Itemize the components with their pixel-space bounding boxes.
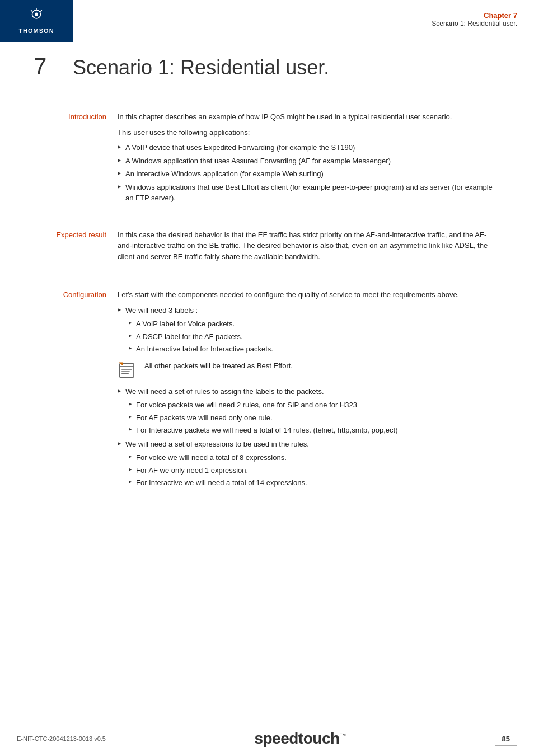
trademark-symbol: ™	[340, 732, 346, 740]
main-content: 7 Scenario 1: Residential user. Introduc…	[0, 42, 534, 536]
svg-line-4	[40, 10, 42, 12]
config-sub-label-1: A VoIP label for Voice packets.	[129, 318, 500, 330]
section-label-expected: Expected result	[34, 229, 106, 267]
brand-regular: speed	[254, 730, 298, 747]
chapter-num: 7	[513, 11, 517, 20]
section-label-configuration: Configuration	[34, 289, 106, 491]
note-icon	[118, 360, 138, 381]
config-bullet-expressions: We will need a set of expressions to be …	[118, 439, 500, 450]
chapter-label-number: Chapter 7	[432, 11, 517, 20]
config-sub-expressions: For voice we will need a total of 8 expr…	[129, 452, 500, 489]
page-footer: E-NIT-CTC-20041213-0013 v0.5 speedtouch™…	[0, 721, 534, 756]
config-sub-rules-1: For voice packets we will need 2 rules, …	[129, 400, 500, 411]
section-label-introduction: Introduction	[34, 111, 106, 206]
header-subtitle: Scenario 1: Residential user.	[432, 20, 517, 27]
config-sub-label-3: An Interactive label for Interactive pac…	[129, 344, 500, 355]
intro-bullet-list: A VoIP device that uses Expedited Forwar…	[118, 142, 500, 204]
company-logo: THOMSON	[0, 0, 73, 42]
config-bullet-rules: We will need a set of rules to assign th…	[118, 386, 500, 397]
header-chapter-info: Chapter 7 Scenario 1: Residential user.	[432, 0, 534, 27]
chapter-title-number: 7	[34, 53, 62, 80]
config-bullet-expressions-item: We will need a set of expressions to be …	[118, 439, 500, 450]
svg-rect-5	[120, 363, 134, 377]
intro-bullet-4: Windows applications that use Best Effor…	[118, 182, 500, 204]
intro-bullet-3: An interactive Windows application (for …	[118, 168, 500, 180]
note-svg-icon	[118, 360, 138, 381]
config-bullet-labels: We will need 3 labels :	[118, 305, 500, 316]
intro-bullet-1: A VoIP device that uses Expedited Forwar…	[118, 142, 500, 153]
config-main-list: We will need 3 labels :	[118, 305, 500, 316]
config-sub-rules: For voice packets we will need 2 rules, …	[129, 400, 500, 436]
page-header: THOMSON Chapter 7 Scenario 1: Residentia…	[0, 0, 534, 42]
chapter-title-text: Scenario 1: Residential user.	[73, 56, 329, 79]
svg-line-3	[31, 10, 32, 12]
config-intro: Let's start with the components needed t…	[118, 289, 500, 300]
config-sub-label-2: A DSCP label for the AF packets.	[129, 331, 500, 342]
config-sub-expr-1: For voice we will need a total of 8 expr…	[129, 452, 500, 463]
config-sub-expr-3: For Interactive we will need a total of …	[129, 477, 500, 489]
intro-para-1: In this chapter describes an example of …	[118, 111, 500, 123]
thomson-logo-icon	[28, 8, 45, 25]
footer-doc-id: E-NIT-CTC-20041213-0013 v0.5	[17, 735, 106, 742]
section-configuration: Configuration Let's start with the compo…	[34, 278, 500, 502]
svg-point-1	[35, 12, 38, 16]
chapter-word: Chapter	[484, 11, 511, 20]
config-sub-rules-2: For AF packets we will need only one rul…	[129, 412, 500, 424]
expected-para-1: In this case the desired behavior is tha…	[118, 229, 500, 262]
intro-bullet-2: A Windows application that uses Assured …	[118, 156, 500, 167]
config-sub-rules-3: For Interactive packets we will need a t…	[129, 425, 500, 436]
note-box: All other packets will be treated as Bes…	[118, 360, 500, 381]
company-name: THOMSON	[18, 27, 54, 34]
page-number: 85	[495, 732, 517, 746]
section-content-configuration: Let's start with the components needed t…	[118, 289, 500, 491]
footer-brand: speedtouch™	[254, 730, 346, 748]
chapter-title-block: 7 Scenario 1: Residential user.	[34, 53, 500, 83]
section-content-expected: In this case the desired behavior is tha…	[118, 229, 500, 267]
config-sub-labels: A VoIP label for Voice packets. A DSCP l…	[129, 318, 500, 355]
note-text: All other packets will be treated as Bes…	[144, 360, 293, 372]
intro-para-2: This user uses the following application…	[118, 127, 500, 138]
section-expected-result: Expected result In this case the desired…	[34, 218, 500, 278]
section-introduction: Introduction In this chapter describes a…	[34, 100, 500, 218]
section-content-introduction: In this chapter describes an example of …	[118, 111, 500, 206]
brand-bold: touch	[298, 730, 340, 747]
config-bullet-rules-item: We will need a set of rules to assign th…	[118, 386, 500, 397]
svg-marker-10	[119, 362, 123, 365]
config-sub-expr-2: For AF we only need 1 expression.	[129, 465, 500, 476]
